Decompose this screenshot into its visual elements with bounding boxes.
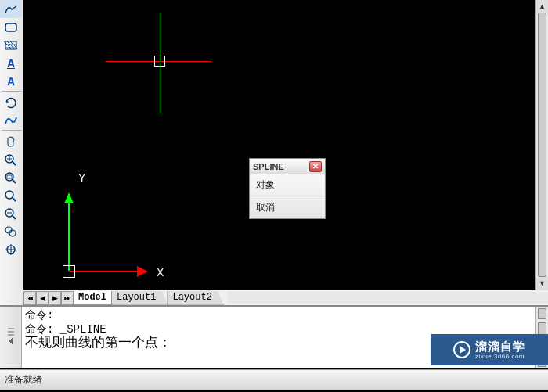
drawing-canvas[interactable]: Y X SPLINE ✕ 对象 取消 ▲ ▼ [23,0,548,290]
zoom-scale-icon[interactable] [0,222,22,240]
zoom-center-icon[interactable] [0,240,22,258]
zoom-realtime-icon[interactable] [0,204,22,222]
scroll-up-icon[interactable]: ▲ [536,0,548,13]
spline-icon[interactable] [0,111,22,129]
tab-nav-prev-icon[interactable]: ◀ [36,291,49,305]
zoom-in-icon[interactable] [0,150,22,168]
svg-rect-8 [7,175,12,178]
svg-line-10 [13,198,16,201]
watermark-brand: 溜溜自学 [475,340,525,352]
svg-point-9 [5,191,13,199]
popup-title-bar: SPLINE ✕ [250,159,325,174]
ucs-y-label: Y [78,171,85,184]
layout-tab-bar: ⏮ ◀ ▶ ⏭ Model Layout1 Layout2 [23,290,548,305]
svg-line-12 [13,216,16,219]
canvas-scrollbar-vertical[interactable]: ▲ ▼ [535,0,548,290]
status-text: 准备就绪 [5,373,42,387]
pan-icon[interactable] [0,132,22,150]
ucs-icon: Y X [59,156,160,282]
popup-title: SPLINE [253,162,284,171]
scroll-down-icon[interactable]: ▼ [536,277,548,290]
toolbar-separator [2,91,21,92]
watermark-logo: 溜溜自学 zixue.3d66.com [431,334,548,365]
rectangle-icon[interactable] [0,18,22,36]
svg-rect-0 [5,23,16,31]
text-icon[interactable]: A [0,72,22,90]
tab-nav-next-icon[interactable]: ▶ [49,291,61,305]
ucs-x-label: X [157,266,164,279]
tab-nav-last-icon[interactable]: ⏭ [61,291,74,305]
svg-point-6 [5,173,13,181]
scroll-up-icon[interactable] [538,308,546,319]
svg-line-3 [13,162,16,165]
close-icon[interactable]: ✕ [309,161,322,172]
zoom-window-icon[interactable] [0,168,22,186]
play-icon [453,341,470,358]
tab-layout2[interactable]: Layout2 [167,291,223,305]
popup-item-cancel[interactable]: 取消 [250,196,325,218]
rotate-icon[interactable] [0,93,22,111]
text-annotation-icon[interactable]: A [0,54,22,72]
spline-context-menu: SPLINE ✕ 对象 取消 [249,158,326,219]
tab-model[interactable]: Model [73,291,112,305]
toolbar-separator-2 [2,130,21,131]
polyline-icon[interactable] [0,0,22,18]
svg-line-7 [13,180,16,183]
tab-layout1[interactable]: Layout1 [111,291,168,305]
zoom-extents-icon[interactable] [0,186,22,204]
hatch-icon[interactable] [0,36,22,54]
tab-nav-first-icon[interactable]: ⏮ [23,291,36,305]
tab-scroll-track[interactable] [227,292,548,304]
left-toolbar: A A [0,0,23,305]
watermark-sub: zixue.3d66.com [475,354,525,360]
command-panel-handle-icon[interactable] [0,307,22,368]
popup-item-object[interactable]: 对象 [250,174,325,196]
command-history-line: 命令: [25,308,532,322]
status-bar: 准备就绪 [0,369,548,390]
scroll-thumb[interactable] [538,13,546,277]
